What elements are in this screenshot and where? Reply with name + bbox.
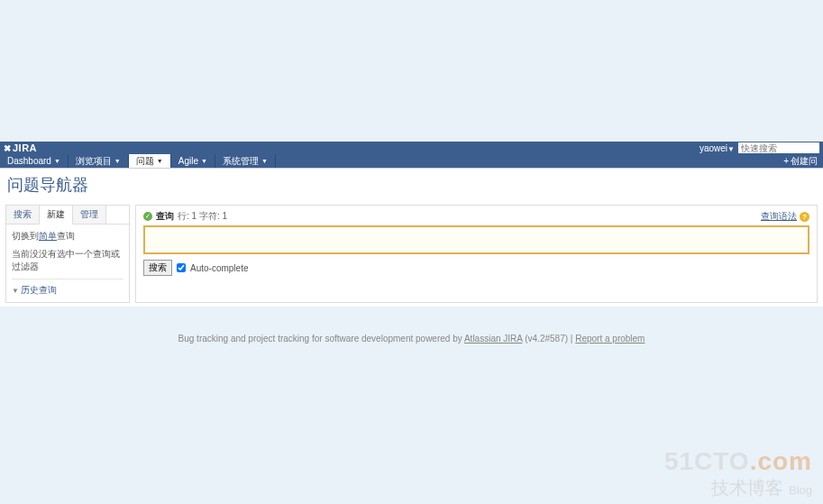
nav-admin[interactable]: 系统管理▼ bbox=[215, 154, 276, 168]
sidebar-tabs: 搜索 新建 管理 bbox=[6, 206, 129, 225]
footer: Bug tracking and project tracking for so… bbox=[0, 307, 823, 353]
quick-search-input[interactable] bbox=[738, 142, 819, 153]
content: 问题导航器 搜索 新建 管理 切换到简单查询 当前没没有选中一个查询或过滤器 ▼… bbox=[0, 168, 823, 307]
sidebar-tab-new[interactable]: 新建 bbox=[40, 206, 73, 225]
autocomplete-label: Auto-complete bbox=[190, 263, 248, 273]
status-ok-icon: ✓ bbox=[143, 212, 152, 221]
nav-agile[interactable]: Agile▼ bbox=[171, 154, 215, 168]
history-section[interactable]: ▼历史查询 bbox=[12, 279, 123, 297]
autocomplete-checkbox[interactable] bbox=[177, 263, 186, 272]
sidebar: 搜索 新建 管理 切换到简单查询 当前没没有选中一个查询或过滤器 ▼历史查询 bbox=[5, 205, 130, 303]
switch-mode-text: 切换到简单查询 bbox=[12, 230, 123, 243]
report-problem-link[interactable]: Report a problem bbox=[575, 334, 645, 344]
logo-icon: ✖ bbox=[4, 143, 11, 153]
blank-area bbox=[0, 0, 823, 142]
query-label: 查询 bbox=[156, 210, 174, 223]
nav-issues[interactable]: 问题▼ bbox=[129, 154, 171, 168]
nav-dashboard[interactable]: Dashboard▼ bbox=[0, 154, 69, 168]
cursor-position: 行: 1 字符: 1 bbox=[178, 210, 227, 223]
logo-text: JIRA bbox=[13, 142, 37, 153]
atlassian-link[interactable]: Atlassian JIRA bbox=[464, 334, 522, 344]
user-menu[interactable]: yaowei▼ bbox=[700, 143, 735, 153]
page-title: 问题导航器 bbox=[0, 169, 823, 201]
watermark: 51CTO.com 技术博客Blog bbox=[664, 447, 812, 500]
header-bar: ✖ JIRA yaowei▼ bbox=[0, 142, 823, 154]
disclosure-triangle-icon: ▼ bbox=[12, 287, 19, 295]
sidebar-status-text: 当前没没有选中一个查询或过滤器 bbox=[12, 248, 123, 273]
jql-query-input[interactable] bbox=[143, 225, 809, 254]
search-button[interactable]: 搜索 bbox=[143, 260, 172, 276]
syntax-help-link[interactable]: 查询语法 bbox=[761, 210, 797, 223]
sidebar-tab-search[interactable]: 搜索 bbox=[6, 206, 40, 224]
help-icon[interactable]: ? bbox=[800, 212, 809, 222]
nav-browse-projects[interactable]: 浏览项目▼ bbox=[69, 154, 129, 168]
nav-create-issue[interactable]: +创建问 bbox=[778, 154, 823, 168]
sidebar-tab-manage[interactable]: 管理 bbox=[73, 206, 106, 224]
query-panel: ✓ 查询 行: 1 字符: 1 查询语法 ? 搜索 Auto-complete bbox=[135, 205, 818, 303]
simple-mode-link[interactable]: 简单 bbox=[39, 231, 57, 241]
nav-bar: Dashboard▼ 浏览项目▼ 问题▼ Agile▼ 系统管理▼ +创建问 bbox=[0, 154, 823, 168]
